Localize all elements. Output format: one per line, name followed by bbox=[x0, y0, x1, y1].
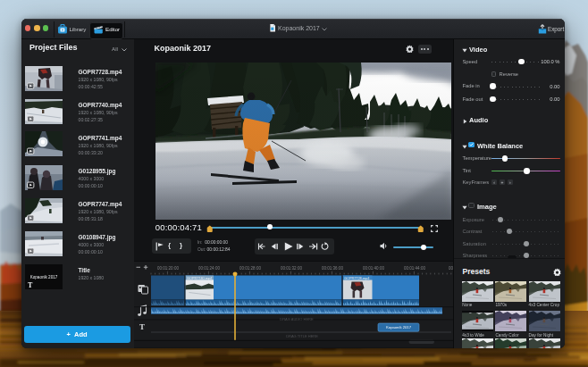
svg-text:00:01:32:00: 00:01:32:00 bbox=[281, 266, 302, 271]
svg-text:GOPR7740.mp4: GOPR7740.mp4 bbox=[187, 277, 212, 280]
svg-text:00:01:24:00: 00:01:24:00 bbox=[198, 266, 220, 271]
svg-text:00:01:36:00: 00:01:36:00 bbox=[322, 266, 343, 271]
svg-text:00:01:44:00: 00:01:44:00 bbox=[404, 266, 425, 271]
svg-text:Kopaonik 2017: Kopaonik 2017 bbox=[386, 325, 412, 329]
svg-text:00:01:28:00: 00:01:28:00 bbox=[239, 266, 261, 271]
svg-text:DRAG TITLE HERE: DRAG TITLE HERE bbox=[286, 334, 318, 338]
svg-text:DRAG AUDIO HERE: DRAG AUDIO HERE bbox=[280, 317, 314, 321]
svg-text:00:01:40:00: 00:01:40:00 bbox=[363, 266, 384, 271]
svg-text:T: T bbox=[139, 322, 145, 331]
svg-text:00:01:20:00: 00:01:20:00 bbox=[157, 266, 179, 271]
svg-text:GOPR7728.mp4: GOPR7728.mp4 bbox=[344, 277, 369, 280]
